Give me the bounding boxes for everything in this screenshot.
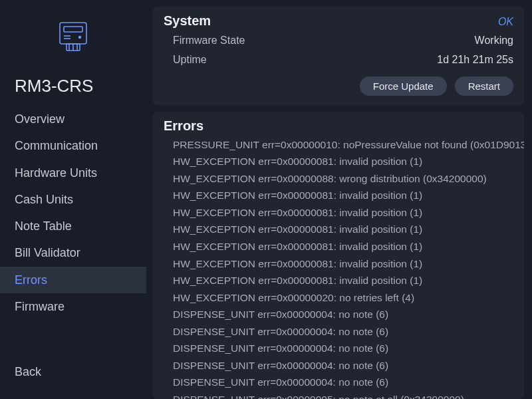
system-row-label: Uptime [173,52,207,68]
error-entry: HW_EXCEPTION err=0x00000081: invalid pos… [173,255,513,273]
svg-rect-1 [64,27,82,32]
svg-point-4 [79,37,81,39]
error-entry: PRESSURE_UNIT err=0x00000010: noPressure… [173,136,513,154]
system-row-label: Firmware State [173,33,245,49]
error-list: PRESSURE_UNIT err=0x00000010: noPressure… [164,136,513,399]
error-entry: DISPENSE_UNIT err=0x00000004: no note (6… [173,374,513,391]
system-panel-title: System [164,13,211,29]
sidebar-item-hardware-units[interactable]: Hardware Units [0,160,146,186]
system-row: Uptime1d 21h 21m 25s [164,51,513,70]
error-entry: DISPENSE_UNIT err=0x00000004: no note (6… [173,323,513,340]
sidebar-item-firmware[interactable]: Firmware [0,293,146,320]
device-title: RM3-CRS [0,68,146,106]
sidebar-item-note-table[interactable]: Note Table [0,213,146,239]
error-entry: HW_EXCEPTION err=0x00000081: invalid pos… [173,153,513,170]
error-entry: DISPENSE_UNIT err=0x00000004: no note (6… [173,340,513,357]
error-entry: DISPENSE_UNIT err=0x00000004: no note (6… [173,357,513,374]
force-update-button[interactable]: Force Update [360,76,447,96]
back-button[interactable]: Back [0,358,146,399]
nav-menu: OverviewCommunicationHardware UnitsCash … [0,106,146,320]
error-entry: HW_EXCEPTION err=0x00000081: invalid pos… [173,204,513,221]
system-status: OK [498,16,513,28]
restart-button[interactable]: Restart [455,76,513,96]
error-entry: HW_EXCEPTION err=0x00000088: wrong distr… [173,170,513,188]
error-entry: HW_EXCEPTION err=0x00000081: invalid pos… [173,272,513,289]
error-entry: HW_EXCEPTION err=0x00000081: invalid pos… [173,187,513,204]
sidebar-item-communication[interactable]: Communication [0,132,146,159]
device-logo [0,0,146,68]
main-content: System OK Firmware StateWorkingUptime1d … [146,0,532,399]
sidebar-item-cash-units[interactable]: Cash Units [0,186,146,213]
svg-rect-0 [60,23,86,44]
sidebar-item-errors[interactable]: Errors [0,267,146,293]
sidebar-item-overview[interactable]: Overview [0,106,146,132]
error-entry: DISPENSE_UNIT err=0x00000005: no note at… [173,391,513,399]
system-row-value: Working [475,33,513,49]
system-panel: System OK Firmware StateWorkingUptime1d … [153,7,524,105]
error-entry: HW_EXCEPTION err=0x00000081: invalid pos… [173,238,513,255]
errors-panel: Errors PRESSURE_UNIT err=0x00000010: noP… [153,112,524,399]
error-entry: HW_EXCEPTION err=0x00000081: invalid pos… [173,221,513,238]
error-entry: DISPENSE_UNIT err=0x00000004: no note (6… [173,306,513,323]
sidebar: RM3-CRS OverviewCommunicationHardware Un… [0,0,146,399]
system-row-value: 1d 21h 21m 25s [437,52,513,68]
device-icon [53,19,93,56]
errors-panel-title: Errors [164,118,513,134]
error-entry: HW_EXCEPTION err=0x00000020: no retries … [173,289,513,307]
sidebar-item-bill-validator[interactable]: Bill Validator [0,239,146,266]
system-row: Firmware StateWorking [164,31,513,51]
